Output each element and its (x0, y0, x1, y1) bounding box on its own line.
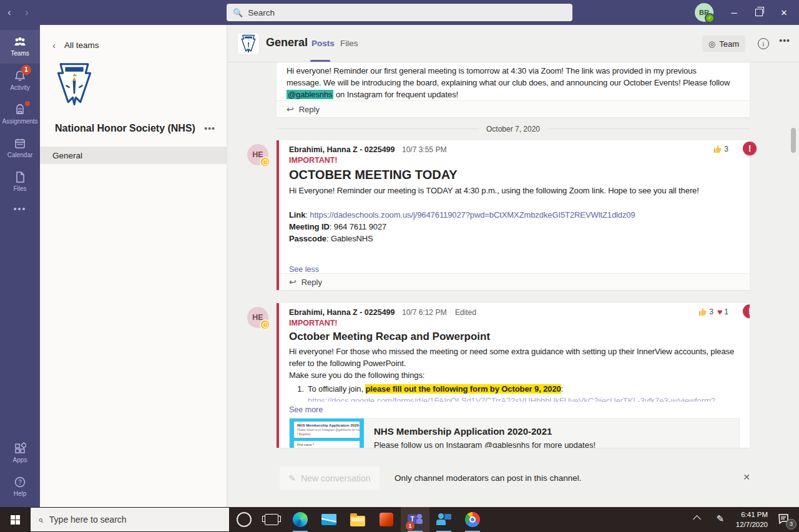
privacy-icon: ◎ (708, 39, 715, 49)
active-tab-underline (310, 60, 330, 62)
form-attachment-card[interactable]: NHS Membership Application 2020-2021 Ple… (289, 418, 740, 448)
rail-item-teams[interactable]: Teams (0, 30, 40, 64)
taskbar-search-input[interactable]: ⌕ Type here to search (30, 507, 230, 532)
rail-item-calendar[interactable]: Calendar (0, 131, 40, 165)
restore-button[interactable] (747, 0, 772, 25)
message-2-avatar[interactable]: HE (247, 144, 268, 165)
reply-arrow-icon: ↩ (289, 277, 297, 287)
info-icon[interactable]: i (758, 38, 769, 49)
rail-item-apps[interactable]: Apps (0, 436, 40, 470)
chrome-button[interactable] (458, 507, 487, 532)
assignments-alert-dot (25, 101, 30, 106)
form-thumbnail[interactable]: NHS Membership Application 2020-2021 Ple… (290, 418, 364, 448)
message-2-reactions[interactable]: 3 (713, 145, 732, 153)
message-3[interactable]: 3 ♥ 1 ! Ebrahimi, Hanna Z - 0225499 10/7… (277, 303, 750, 448)
thumb-required-label: * Required (297, 433, 356, 436)
cortana-icon (237, 512, 252, 527)
tray-expand-icon[interactable] (694, 515, 700, 521)
rail-label-teams: Teams (11, 50, 29, 57)
back-icon[interactable]: ‹ (7, 7, 11, 18)
thumbs-count: 3 (709, 307, 713, 316)
thumb-form-subtitle: Please follow us on Instagram @gablesnhs… (297, 428, 356, 432)
file-explorer-button[interactable] (343, 507, 372, 532)
tab-files[interactable]: Files (340, 39, 358, 48)
windows-logo-icon (11, 515, 20, 525)
new-conversation-button[interactable]: ✎ New conversation (280, 467, 380, 490)
action-center-button[interactable]: 3 (777, 512, 794, 527)
rail-item-help[interactable]: ? Help (0, 470, 40, 503)
search-placeholder: Search (248, 8, 275, 17)
team-privacy-button[interactable]: ◎ Team (702, 36, 745, 52)
meeting-id-value: 964 7611 9027 (334, 222, 387, 231)
google-form-link[interactable]: https://docs.google.com/forms/d/e/1FAIpQ… (308, 395, 740, 402)
zoom-link[interactable]: https://dadeschools.zoom.us/j/9647611902… (310, 210, 635, 220)
message-3-body2: Make sure you do the following things: (289, 369, 740, 381)
important-label: IMPORTANT! (289, 319, 740, 327)
attachment-title[interactable]: NHS Membership Application 2020-2021 (374, 426, 596, 437)
back-chevron-icon[interactable]: ‹ (52, 40, 56, 51)
reply-label: Reply (299, 105, 320, 114)
close-button[interactable]: ✕ (772, 0, 797, 25)
apps-icon (14, 442, 26, 455)
see-more-link[interactable]: See more (289, 405, 323, 414)
teams-app-window: ‹ › 🔍 Search BR ✓ ─ ✕ Teams (0, 0, 799, 532)
rail-label-assignments: Assignments (2, 118, 37, 125)
clock-time: 6:41 PM (724, 510, 768, 520)
help-icon: ? (14, 476, 26, 488)
away-status-icon (260, 319, 270, 330)
message-author[interactable]: Ebrahimi, Hanna Z - 0225499 (289, 308, 395, 317)
nhs-logo (55, 62, 94, 107)
reply-button[interactable]: ↩ Reply (277, 100, 750, 117)
message-1-line3: @gablesnhs on Instagram for frequent upd… (287, 89, 740, 100)
rail-item-files[interactable]: Files (0, 165, 40, 198)
windows-ink-icon[interactable]: ✎ (716, 513, 724, 525)
scrollbar-thumb[interactable] (791, 128, 796, 153)
message-3-reactions[interactable]: 3 ♥ 1 (699, 307, 732, 316)
rail-item-more[interactable]: ••• (0, 198, 40, 220)
see-less-link[interactable]: See less (289, 265, 319, 274)
cortana-button[interactable] (230, 507, 258, 532)
people-button[interactable] (429, 507, 458, 532)
all-teams-link[interactable]: All teams (64, 41, 99, 50)
rail-item-activity[interactable]: Activity 1 (0, 64, 40, 97)
mention-gablesnhs[interactable]: @gablesnhs (287, 90, 333, 99)
taskbar-clock[interactable]: 6:41 PM 12/7/2020 (724, 510, 768, 530)
calendar-icon (14, 137, 26, 150)
message-author[interactable]: Ebrahimi, Hanna Z - 0225499 (289, 145, 395, 154)
channel-label: General (52, 151, 82, 160)
channel-title: General (266, 36, 308, 49)
team-more-icon[interactable]: ••• (204, 123, 215, 133)
important-badge: ! (743, 142, 757, 155)
message-1[interactable]: Hi everyone! Reminder our first general … (277, 62, 750, 117)
edge-button[interactable] (286, 507, 315, 532)
user-avatar[interactable]: BR ✓ (695, 3, 713, 22)
forward-icon[interactable]: › (25, 7, 29, 18)
list-item-1: 1. To officially join, please fill out t… (289, 383, 740, 395)
channel-item-general[interactable]: General (40, 147, 227, 164)
dismiss-notice-icon[interactable]: ✕ (743, 472, 750, 482)
office-button[interactable] (372, 507, 401, 532)
compose-pencil-icon: ✎ (288, 473, 296, 483)
teams-taskbar-button[interactable]: T 1 (401, 507, 429, 532)
rail-label-calendar: Calendar (7, 152, 33, 158)
tab-posts[interactable]: Posts (311, 39, 335, 48)
task-view-button[interactable] (257, 507, 286, 532)
header-more-icon[interactable]: ••• (779, 36, 790, 46)
message-1-line1: Hi everyone! Reminder our first general … (287, 65, 740, 77)
windows-taskbar: ⌕ Type here to search T 1 ✎ 6:41 PM 12/7… (0, 507, 799, 532)
start-button[interactable] (0, 507, 30, 532)
rail-item-assignments[interactable]: Assignments (0, 97, 40, 131)
search-input[interactable]: 🔍 Search (227, 4, 572, 21)
message-3-avatar[interactable]: HE (247, 307, 268, 328)
date-divider: October 7, 2020 (227, 117, 799, 140)
teams-notification-badge: 1 (406, 521, 414, 530)
new-conversation-label: New conversation (301, 473, 370, 483)
thumb-form-title: NHS Membership Application 2020-2021 (297, 423, 356, 427)
team-name: National Honor Society (NHS) (55, 123, 195, 134)
heart-icon: ♥ (717, 308, 722, 316)
minimize-button[interactable]: ─ (722, 0, 747, 25)
message-2[interactable]: 3 ! Ebrahimi, Hanna Z - 0225499 10/7 3:5… (277, 140, 750, 290)
reply-button[interactable]: ↩ Reply (279, 273, 750, 290)
mail-button[interactable] (315, 507, 343, 532)
taskbar-search-icon: ⌕ (38, 515, 43, 525)
